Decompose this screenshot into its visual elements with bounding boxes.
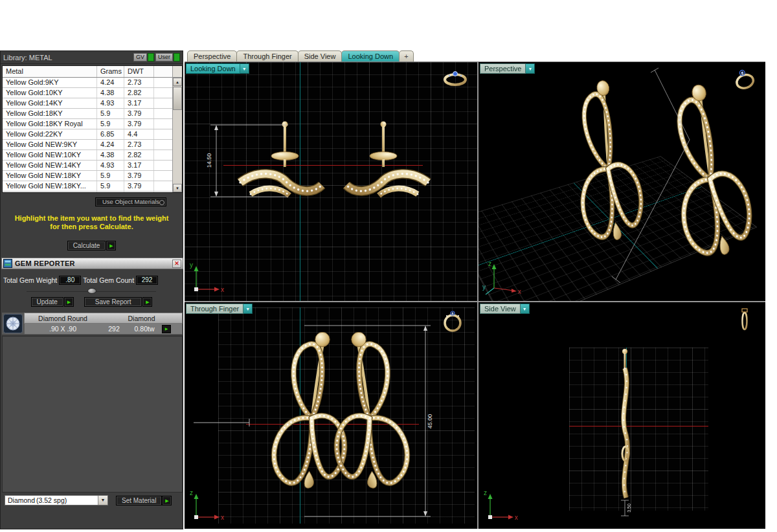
viewport-looking-down[interactable]: 14.50 y x Looking Down ▼ bbox=[185, 62, 477, 301]
metal-name: Yellow Gold NEW:9KY bbox=[3, 140, 97, 150]
calculate-button[interactable]: Calculate bbox=[67, 241, 106, 250]
viewport-menu-arrow-icon[interactable]: ▼ bbox=[526, 63, 535, 74]
gem-type: Diamond bbox=[101, 313, 182, 323]
save-report-go-button[interactable]: ▶ bbox=[142, 297, 152, 307]
table-row[interactable]: Yellow Gold:10KY4.382.82 bbox=[3, 88, 172, 98]
metal-dwt: 4.4 bbox=[124, 192, 154, 192]
z-axis-label: z bbox=[484, 489, 487, 496]
tab-perspective[interactable]: Perspective bbox=[187, 50, 237, 61]
close-button[interactable]: ✕ bbox=[172, 260, 181, 268]
table-row[interactable]: Yellow Gold:22KY6.854.4 bbox=[3, 129, 172, 140]
table-row[interactable]: Yellow Gold:9KY4.242.73 bbox=[3, 78, 172, 88]
user-button[interactable]: User bbox=[155, 53, 173, 61]
col-grams[interactable]: Grams bbox=[97, 66, 124, 77]
table-row[interactable]: Yellow Gold:18KY5.93.79 bbox=[3, 109, 172, 119]
calculate-go-button[interactable]: ▶ bbox=[106, 241, 116, 250]
viewport-menu-arrow-icon[interactable]: ▼ bbox=[240, 63, 249, 74]
gem-thumbnail bbox=[3, 314, 23, 333]
table-row[interactable]: Yellow Gold NEW:14KY4.933.17 bbox=[3, 161, 172, 171]
update-go-button[interactable]: ▶ bbox=[64, 297, 74, 307]
gem-name: Diamond Round bbox=[25, 313, 101, 323]
update-button[interactable]: Update bbox=[31, 297, 63, 307]
earring-perspective-right bbox=[653, 80, 759, 262]
table-row[interactable]: Yellow Gold NEW:22KY6.854.4 bbox=[3, 192, 172, 192]
gem-reporter-titlebar[interactable]: GEM REPORTER ✕ bbox=[1, 258, 183, 269]
tab-through-finger[interactable]: Through Finger bbox=[236, 50, 298, 61]
axis-indicator: z x bbox=[482, 487, 521, 525]
metal-dwt: 4.4 bbox=[124, 129, 154, 139]
tab-side-view[interactable]: Side View bbox=[298, 50, 343, 61]
use-object-materials-label: Use Object Materials bbox=[102, 198, 159, 205]
tab-label: Looking Down bbox=[348, 52, 393, 60]
metal-grams: 5.9 bbox=[97, 109, 124, 118]
table-row[interactable]: Yellow Gold NEW:18KY5.93.79 bbox=[3, 171, 172, 181]
viewport-menu-arrow-icon[interactable]: ▼ bbox=[521, 304, 530, 314]
tab-looking-down[interactable]: Looking Down bbox=[341, 50, 400, 61]
instruction-line2: for then press Calculate. bbox=[1, 223, 183, 231]
scroll-down-icon[interactable]: ▼ bbox=[173, 184, 182, 192]
col-dwt[interactable]: DWT bbox=[124, 66, 154, 77]
user-indicator[interactable] bbox=[174, 53, 180, 61]
tab-pan[interactable]: + bbox=[399, 50, 413, 61]
dimension-label: 45.00 bbox=[427, 414, 433, 429]
save-report-button[interactable]: Save Report bbox=[84, 297, 142, 307]
gv-button[interactable]: GV bbox=[133, 53, 147, 61]
use-object-materials-button[interactable]: Use Object Materials bbox=[95, 197, 166, 206]
leader-line bbox=[194, 419, 249, 427]
viewport-menu-arrow-icon[interactable]: ▼ bbox=[243, 304, 253, 314]
viewport-label-perspective[interactable]: Perspective ▼ bbox=[480, 63, 535, 74]
earring-front-left bbox=[274, 332, 344, 488]
metal-name: Yellow Gold NEW:14KY bbox=[3, 161, 97, 170]
table-row[interactable]: Yellow Gold NEW:9KY4.242.73 bbox=[3, 140, 172, 150]
axis-indicator: z y x bbox=[482, 258, 523, 297]
tab-label: Through Finger bbox=[243, 52, 291, 60]
metal-table-scrollbar[interactable]: ▲ ▼ bbox=[172, 78, 182, 192]
pan-icon: + bbox=[404, 52, 408, 60]
ring-top-view-icon bbox=[441, 67, 469, 89]
earring-front-right bbox=[337, 332, 407, 488]
metal-table: Metal Grams DWT Yellow Gold:9KY4.242.73 … bbox=[2, 65, 183, 193]
metal-grams: 6.85 bbox=[97, 129, 124, 139]
viewport-side-view[interactable]: 3.50 z x Side View ▼ bbox=[479, 302, 765, 529]
ring-perspective-icon bbox=[730, 66, 759, 92]
left-panel: Library: METAL GV User Metal Grams DWT Y… bbox=[0, 50, 183, 529]
metal-grams: 5.9 bbox=[97, 181, 124, 191]
metal-dwt: 2.82 bbox=[124, 150, 154, 160]
dimension-lines bbox=[612, 68, 690, 283]
scroll-up-icon[interactable]: ▲ bbox=[173, 78, 182, 86]
table-row[interactable]: Yellow Gold NEW:18KY...5.93.79 bbox=[3, 181, 172, 192]
viewport-label-looking-down[interactable]: Looking Down ▼ bbox=[186, 63, 249, 74]
metal-name: Yellow Gold:10KY bbox=[3, 88, 97, 98]
gem-go-button[interactable]: ▶ bbox=[162, 325, 171, 333]
gem-list[interactable]: Diamond Round Diamond .90 X .90 292 0.80… bbox=[2, 313, 183, 335]
viewport-label-through-finger[interactable]: Through Finger ▼ bbox=[186, 304, 253, 314]
col-metal[interactable]: Metal bbox=[3, 66, 97, 77]
library-header: Library: METAL GV User bbox=[1, 51, 183, 64]
viewport-label-side-view[interactable]: Side View ▼ bbox=[480, 304, 530, 314]
gem-row-values: .90 X .90 292 0.80tw ▶ bbox=[24, 324, 183, 335]
dimension-label: 14.50 bbox=[206, 153, 212, 168]
table-row[interactable]: Yellow Gold:14KY4.933.17 bbox=[3, 98, 172, 109]
material-select[interactable]: Diamond (3.52 spg) ▼ bbox=[5, 495, 108, 505]
dropdown-arrow-icon[interactable]: ▼ bbox=[98, 496, 107, 505]
metal-grams: 5.9 bbox=[97, 171, 124, 181]
gem-count: 292 bbox=[101, 325, 127, 333]
gem-row[interactable]: Diamond Round Diamond .90 X .90 292 0.80… bbox=[24, 313, 183, 335]
table-row[interactable]: Yellow Gold:18KY Royal5.93.79 bbox=[3, 119, 172, 129]
metal-grams: 6.85 bbox=[97, 192, 124, 192]
earring-top-view-left bbox=[240, 122, 322, 196]
metal-grams: 4.93 bbox=[97, 161, 124, 170]
collapse-handle[interactable] bbox=[87, 288, 96, 294]
table-row[interactable]: Yellow Gold NEW:10KY4.382.82 bbox=[3, 150, 172, 161]
gv-indicator[interactable] bbox=[148, 53, 154, 61]
metal-name: Yellow Gold NEW:18KY... bbox=[3, 181, 97, 191]
viewport-perspective[interactable]: z y x Perspective ▼ bbox=[479, 62, 765, 301]
set-material-button[interactable]: Set Material bbox=[116, 496, 162, 505]
set-material-go-button[interactable]: ▶ bbox=[162, 496, 172, 505]
metal-grams: 4.38 bbox=[97, 88, 124, 98]
viewport-through-finger[interactable]: 45.00 z x Through Finger ▼ bbox=[185, 302, 477, 529]
metal-grams: 4.93 bbox=[97, 98, 124, 108]
tab-label: Perspective bbox=[194, 52, 231, 60]
model-canvas-looking-down: 14.50 bbox=[185, 62, 477, 301]
scroll-thumb[interactable] bbox=[173, 87, 182, 110]
